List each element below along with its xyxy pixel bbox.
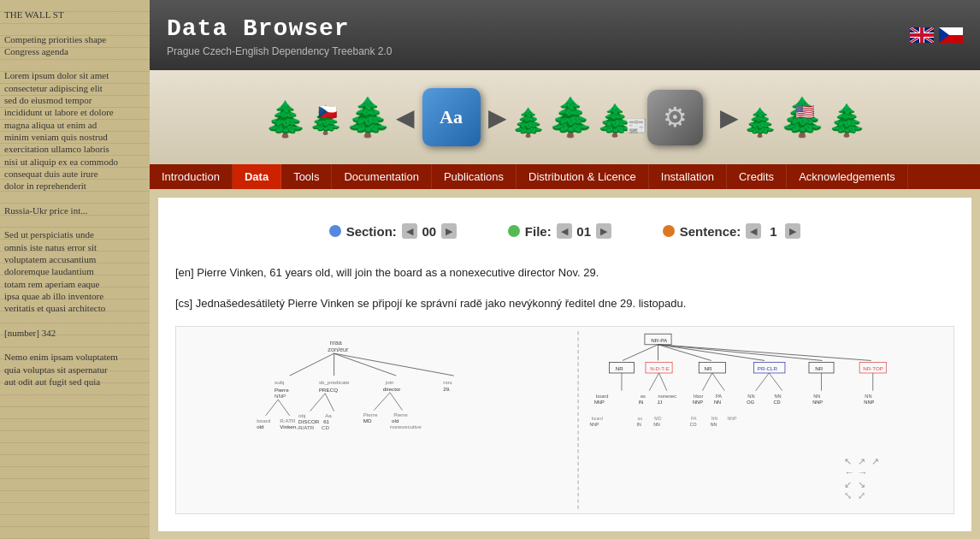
banner-left-trees: 🌲 🌲 🌲 🇨🇿 bbox=[264, 98, 392, 136]
sentence-dot bbox=[663, 225, 675, 237]
tree-icon-4: 🌲 bbox=[511, 109, 546, 136]
nav-tools[interactable]: Tools bbox=[281, 164, 332, 189]
tree-icon-5: 🌲 bbox=[547, 98, 594, 136]
file-value: 01 bbox=[576, 224, 593, 239]
svg-text:NR: NR bbox=[815, 364, 823, 370]
svg-text:↙: ↙ bbox=[845, 478, 853, 489]
svg-line-17 bbox=[334, 353, 454, 376]
svg-text:director: director bbox=[383, 385, 401, 391]
svg-text:NNP: NNP bbox=[812, 400, 823, 405]
svg-text:→: → bbox=[858, 467, 867, 477]
section-control: Section: ◀ 00 ▶ bbox=[329, 223, 457, 239]
svg-text:NR: NR bbox=[704, 364, 711, 370]
section-next-btn[interactable]: ▶ bbox=[441, 223, 457, 239]
file-next-btn[interactable]: ▶ bbox=[596, 223, 611, 239]
svg-line-30 bbox=[325, 393, 334, 411]
nav-data[interactable]: Data bbox=[233, 164, 281, 189]
file-prev-btn[interactable]: ◀ bbox=[557, 223, 572, 239]
svg-text:OG: OG bbox=[747, 400, 754, 405]
svg-text:as: as bbox=[638, 416, 643, 421]
svg-text:old: old bbox=[257, 424, 264, 429]
svg-text:nov.: nov. bbox=[443, 379, 453, 385]
tree-icon-7: 🌲 bbox=[743, 109, 777, 136]
svg-text:subj: subj bbox=[275, 379, 284, 385]
svg-text:JJ: JJ bbox=[657, 400, 662, 405]
svg-text:board: board bbox=[596, 394, 609, 399]
svg-text:IN: IN bbox=[637, 422, 641, 427]
svg-text:PA: PA bbox=[691, 416, 697, 421]
svg-text:sb_predicate: sb_predicate bbox=[319, 379, 350, 385]
svg-text:PA: PA bbox=[716, 394, 722, 399]
language-flags bbox=[910, 27, 963, 43]
svg-text:NN: NN bbox=[711, 416, 718, 421]
svg-text:NN: NN bbox=[813, 394, 820, 399]
svg-text:NR-TOP: NR-TOP bbox=[863, 364, 883, 370]
svg-text:board: board bbox=[592, 416, 603, 421]
svg-text:MD: MD bbox=[363, 418, 372, 424]
svg-text:↘: ↘ bbox=[858, 478, 865, 489]
svg-text:hbor: hbor bbox=[694, 394, 703, 399]
svg-line-75 bbox=[769, 373, 782, 391]
svg-line-51 bbox=[623, 344, 658, 360]
svg-text:⤡: ⤡ bbox=[845, 490, 853, 500]
svg-text:29.: 29. bbox=[443, 385, 451, 391]
gear-icon: ⚙ bbox=[647, 90, 703, 145]
svg-line-16 bbox=[334, 353, 397, 376]
tree-diagram[interactable]: nraa zon/eur subj Pierre NNP board old R… bbox=[175, 326, 954, 514]
svg-text:PRECQ: PRECQ bbox=[319, 386, 338, 392]
svg-text:↖: ↖ bbox=[845, 455, 853, 465]
svg-text:↗: ↗ bbox=[858, 455, 865, 465]
svg-text:NN: NN bbox=[774, 394, 781, 399]
nav-introduction[interactable]: Introduction bbox=[150, 164, 233, 189]
tree-icon-9: 🌲 bbox=[828, 105, 866, 136]
nav-acknowledgements[interactable]: Acknowledgements bbox=[787, 164, 908, 189]
svg-text:Vinken,: Vinken, bbox=[280, 424, 298, 429]
nav-installation[interactable]: Installation bbox=[649, 164, 727, 189]
file-dot bbox=[508, 225, 520, 237]
svg-text:join: join bbox=[385, 379, 394, 385]
sentence-nav: ◀ 1 ▶ bbox=[746, 223, 800, 239]
nav-documentation[interactable]: Documentation bbox=[332, 164, 431, 189]
svg-line-14 bbox=[290, 353, 334, 376]
svg-text:Pierre: Pierre bbox=[393, 411, 408, 417]
svg-line-74 bbox=[756, 373, 770, 391]
svg-text:←: ← bbox=[845, 467, 854, 477]
banner-mid-trees: 🌲 🌲 🌲 📰 bbox=[511, 98, 635, 136]
svg-text:MD: MD bbox=[654, 416, 661, 421]
nav-publications[interactable]: Publications bbox=[432, 164, 517, 189]
flag-english[interactable] bbox=[910, 27, 934, 43]
arrow-right2-banner: ▶ bbox=[720, 104, 739, 132]
banner-right-trees: 🌲 🌲 🌲 🇺🇸 bbox=[743, 98, 866, 136]
svg-line-73 bbox=[712, 373, 725, 391]
svg-line-70 bbox=[649, 373, 658, 391]
sentence-value: 1 bbox=[765, 224, 782, 239]
svg-text:CO: CO bbox=[690, 422, 697, 427]
sentence-next-btn[interactable]: ▶ bbox=[785, 223, 800, 239]
nav-credits[interactable]: Credits bbox=[727, 164, 787, 189]
svg-text:NNP: NNP bbox=[275, 393, 286, 399]
svg-text:NNP: NNP bbox=[594, 400, 605, 405]
tree-icon-1: 🌲 bbox=[264, 102, 307, 136]
svg-line-39 bbox=[374, 392, 390, 410]
flag-czech[interactable] bbox=[939, 27, 963, 43]
file-control: File: ◀ 01 ▶ bbox=[508, 223, 611, 239]
svg-text:R:ATR: R:ATR bbox=[280, 418, 296, 424]
nav-distribution[interactable]: Distribution & Licence bbox=[517, 164, 649, 189]
file-label: File: bbox=[525, 224, 552, 239]
svg-text:nonexecutive: nonexecutive bbox=[390, 424, 422, 429]
sentence-en: [en] Pierre Vinken, 61 years old, will j… bbox=[175, 264, 954, 282]
arrow-right-banner: ▶ bbox=[488, 104, 507, 132]
sentence-prev-btn[interactable]: ◀ bbox=[746, 223, 761, 239]
svg-text:NR: NR bbox=[616, 364, 623, 370]
main-content: Section: ◀ 00 ▶ File: ◀ 01 ▶ bbox=[158, 198, 971, 531]
section-prev-btn[interactable]: ◀ bbox=[402, 223, 417, 239]
svg-text:PR-CLR: PR-CLR bbox=[758, 364, 778, 370]
news-icon: 📰 bbox=[626, 116, 647, 136]
svg-text:NNP: NNP bbox=[590, 422, 599, 427]
svg-text:N-D-T-E: N-D-T-E bbox=[650, 364, 670, 370]
svg-text:NN: NN bbox=[711, 422, 717, 427]
svg-text:zon/eur: zon/eur bbox=[328, 346, 349, 353]
svg-text:Pierre: Pierre bbox=[363, 411, 378, 417]
svg-line-21 bbox=[266, 400, 279, 416]
banner: 🌲 🌲 🌲 🇨🇿 ◀ Aa ▶ 🌲 🌲 🌲 📰 ⚙ ▶ bbox=[150, 70, 980, 164]
